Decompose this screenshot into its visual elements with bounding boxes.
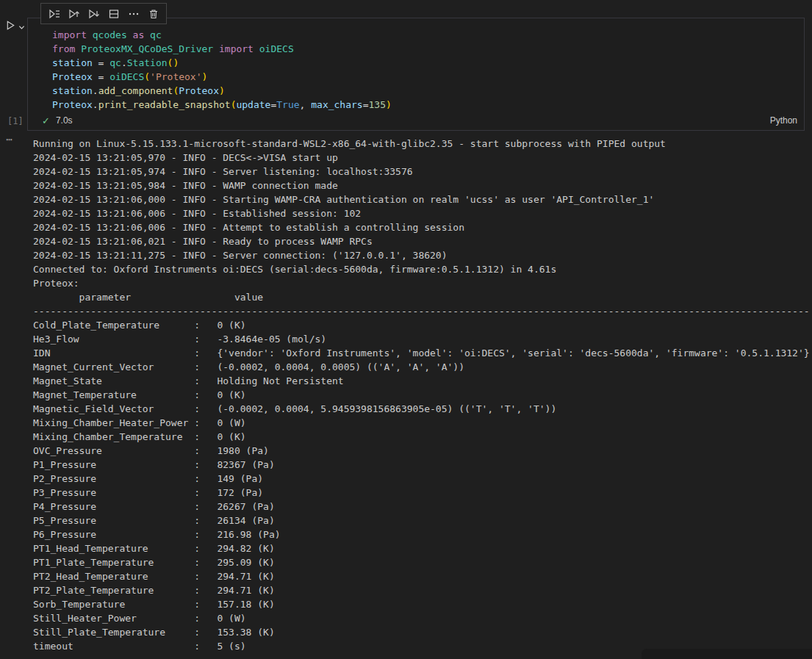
output-line: Mixing_Chamber_Heater_Power : 0 (W) <box>33 416 812 430</box>
cell-toolbar <box>40 3 167 24</box>
chevron-down-icon[interactable] <box>18 21 25 34</box>
output-line: P2_Pressure : 149 (Pa) <box>33 472 812 486</box>
output-line: Magnet_Current_Vector : (-0.0002, 0.0004… <box>33 360 812 374</box>
output-line: He3_Flow : -3.8464e-05 (mol/s) <box>33 332 812 346</box>
output-line: PT1_Plate_Temperature : 295.09 (K) <box>33 555 812 569</box>
output-line: 2024-02-15 13:21:05,974 - INFO - Server … <box>33 165 812 179</box>
output-line: Still_Heater_Power : 0 (W) <box>33 611 812 625</box>
output-line: 2024-02-15 13:21:06,006 - INFO - Establi… <box>33 206 812 220</box>
output-line: IDN : {'vendor': 'Oxford Instruments', '… <box>33 346 812 360</box>
notebook-cell: import qcodes as qcfrom ProteoxMX_QCoDeS… <box>27 18 805 131</box>
run-by-line-icon[interactable] <box>46 6 62 21</box>
output-line: Magnet_State : Holding Not Persistent <box>33 374 812 388</box>
output-line: Proteox: <box>33 276 812 290</box>
output-line: 2024-02-15 13:21:06,006 - INFO - Attempt… <box>33 220 812 234</box>
output-line: Magnet_Temperature : 0 (K) <box>33 388 812 402</box>
output-line: Cold_Plate_Temperature : 0 (K) <box>33 318 812 332</box>
output-line: PT2_Head_Temperature : 294.71 (K) <box>33 569 812 583</box>
code-line: import qcodes as qc <box>52 28 801 42</box>
run-cell-button[interactable] <box>5 20 25 34</box>
output-line: Running on Linux-5.15.133.1-microsoft-st… <box>33 137 812 151</box>
output-line: Sorb_Temperature : 157.18 (K) <box>33 597 812 611</box>
play-outline-icon[interactable] <box>5 20 16 34</box>
output-line: P6_Pressure : 216.98 (Pa) <box>33 527 812 541</box>
execution-count: [1] <box>7 116 24 126</box>
output-line: PT2_Plate_Temperature : 294.71 (K) <box>33 583 812 597</box>
cell-output: Running on Linux-5.15.133.1-microsoft-st… <box>33 137 812 653</box>
output-line: ----------------------------------------… <box>33 304 812 318</box>
split-cell-icon[interactable] <box>106 6 121 21</box>
output-line: parameter value <box>33 290 812 304</box>
code-line: Proteox.print_readable_snapshot(update=T… <box>52 98 801 112</box>
output-line: Still_Plate_Temperature : 153.38 (K) <box>33 625 812 639</box>
output-line: 2024-02-15 13:21:06,000 - INFO - Startin… <box>33 192 812 206</box>
execute-below-icon[interactable] <box>86 6 101 21</box>
output-line: 2024-02-15 13:21:05,970 - INFO - DECS<->… <box>33 151 812 165</box>
code-line: station = qc.Station() <box>52 56 801 70</box>
corner-overlay <box>642 649 812 659</box>
code-editor[interactable]: import qcodes as qcfrom ProteoxMX_QCoDeS… <box>52 28 801 112</box>
code-line: Proteox = oiDECS('Proteox') <box>52 70 801 84</box>
output-line: Magnetic_Field_Vector : (-0.0002, 0.0004… <box>33 402 812 416</box>
output-line: Mixing_Chamber_Temperature : 0 (K) <box>33 430 812 444</box>
output-line: 2024-02-15 13:21:06,021 - INFO - Ready t… <box>33 234 812 248</box>
output-line: 2024-02-15 13:21:05,984 - INFO - WAMP co… <box>33 179 812 192</box>
output-line: P4_Pressure : 26267 (Pa) <box>33 500 812 514</box>
output-line: P3_Pressure : 172 (Pa) <box>33 486 812 500</box>
delete-cell-icon[interactable] <box>145 6 161 21</box>
more-actions-icon[interactable] <box>126 6 141 21</box>
output-line: 2024-02-15 13:21:11,275 - INFO - Server … <box>33 248 812 262</box>
check-icon: ✓ <box>42 115 50 126</box>
output-line: OVC_Pressure : 1980 (Pa) <box>33 444 812 458</box>
output-line: P5_Pressure : 26134 (Pa) <box>33 514 812 527</box>
execute-above-icon[interactable] <box>66 6 82 21</box>
cell-status-bar: ✓ 7.0s Python <box>28 111 804 130</box>
language-picker[interactable]: Python <box>770 115 797 126</box>
code-line: from ProteoxMX_QCoDeS_Driver import oiDE… <box>52 42 801 56</box>
execution-duration: 7.0s <box>56 115 73 126</box>
output-line: P1_Pressure : 82367 (Pa) <box>33 458 812 472</box>
code-line: station.add_component(Proteox) <box>52 84 801 98</box>
output-line: Connected to: Oxford Instruments oi:DECS… <box>33 262 812 276</box>
output-line: PT1_Head_Temperature : 294.82 (K) <box>33 541 812 555</box>
output-options-icon[interactable]: ⋯ <box>6 133 13 146</box>
